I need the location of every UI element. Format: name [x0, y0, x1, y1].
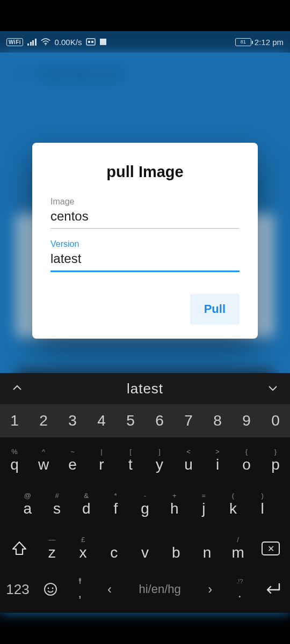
key-b[interactable]: b — [161, 526, 192, 570]
notif-icon — [86, 38, 96, 46]
key-z[interactable]: —z — [37, 526, 68, 570]
suggestion-bar: latest — [0, 373, 290, 404]
expand-down-icon[interactable] — [267, 383, 278, 394]
svg-rect-9 — [79, 582, 81, 584]
key-c[interactable]: c — [98, 526, 129, 570]
shift-key[interactable] — [2, 526, 37, 570]
key-d[interactable]: &d — [71, 482, 101, 526]
key-e[interactable]: ~e — [58, 438, 87, 482]
key-6[interactable]: 6 — [145, 404, 174, 437]
lang-next-key[interactable]: › — [195, 582, 225, 597]
svg-point-5 — [45, 583, 56, 595]
key-f[interactable]: *f — [101, 482, 130, 526]
svg-point-6 — [47, 588, 49, 589]
dialog-actions: Pull — [50, 294, 240, 325]
bottom-row: 123 , ‹ hi/en/hg › .!? . — [0, 570, 290, 608]
pull-image-dialog: pull Image Image Version Pull — [32, 143, 258, 339]
cell-signal-icon — [27, 38, 37, 46]
key-3[interactable]: 3 — [58, 404, 87, 437]
key-1[interactable]: 1 — [0, 404, 29, 437]
number-row: 1234567890 — [0, 404, 290, 437]
key-row-3: —z£xcvbn/m ✕ — [0, 526, 290, 570]
status-left: WiFi 0.00K/s — [6, 38, 106, 47]
emoji-key[interactable] — [35, 582, 65, 596]
image-input[interactable] — [50, 207, 240, 229]
image-label: Image — [50, 197, 240, 207]
key-h[interactable]: +h — [160, 482, 189, 526]
key-q[interactable]: %q — [0, 438, 29, 482]
dialog-title: pull Image — [50, 163, 240, 181]
key-0[interactable]: 0 — [261, 404, 290, 437]
key-g[interactable]: -g — [130, 482, 160, 526]
phone-screen: WiFi 0.00K/s 81 2:12 pm ≡ Dashboard — [0, 31, 290, 613]
key-u[interactable]: <u — [174, 438, 203, 482]
key-v[interactable]: v — [129, 526, 161, 570]
key-i[interactable]: >i — [203, 438, 232, 482]
svg-point-7 — [52, 588, 53, 589]
key-a[interactable]: @a — [13, 482, 42, 526]
suggestion-word[interactable]: latest — [127, 380, 163, 397]
key-row-1: %q^w~e|r[t]y<u>i{o}p — [0, 438, 290, 482]
clock: 2:12 pm — [255, 38, 284, 47]
key-x[interactable]: £x — [68, 526, 99, 570]
key-9[interactable]: 9 — [232, 404, 261, 437]
net-speed: 0.00K/s — [55, 38, 82, 47]
lang-prev-key[interactable]: ‹ — [95, 582, 124, 597]
pull-button[interactable]: Pull — [190, 294, 240, 325]
svg-point-0 — [45, 44, 46, 45]
enter-key[interactable] — [255, 582, 290, 596]
svg-rect-4 — [100, 39, 106, 45]
symbols-key[interactable]: 123 — [0, 581, 35, 598]
wifi-icon — [41, 38, 50, 46]
version-field: Version — [50, 239, 240, 272]
key-7[interactable]: 7 — [174, 404, 203, 437]
backdrop-title: Dashboard — [39, 65, 123, 83]
key-row-2: @a#s&d*f-g+h=j(k)l — [0, 482, 290, 526]
key-r[interactable]: |r — [87, 438, 116, 482]
key-5[interactable]: 5 — [116, 404, 145, 437]
wifi-badge: WiFi — [6, 38, 23, 46]
expand-up-icon[interactable] — [12, 383, 23, 395]
image-field: Image — [50, 197, 240, 229]
key-w[interactable]: ^w — [29, 438, 58, 482]
svg-rect-3 — [91, 41, 93, 43]
key-n[interactable]: n — [192, 526, 223, 570]
status-bar: WiFi 0.00K/s 81 2:12 pm — [0, 31, 290, 53]
space-key[interactable]: hi/en/hg — [124, 582, 195, 596]
battery-icon: 81 — [235, 38, 251, 46]
svg-rect-1 — [86, 39, 95, 45]
period-key[interactable]: .!? . — [225, 578, 255, 601]
key-t[interactable]: [t — [116, 438, 145, 482]
key-s[interactable]: #s — [42, 482, 72, 526]
key-8[interactable]: 8 — [203, 404, 232, 437]
key-l[interactable]: )l — [248, 482, 277, 526]
soft-keyboard: latest 1234567890 %q^w~e|r[t]y<u>i{o}p @… — [0, 373, 290, 613]
svg-rect-8 — [79, 578, 81, 582]
key-2[interactable]: 2 — [29, 404, 58, 437]
svg-rect-2 — [88, 41, 90, 43]
version-label: Version — [50, 239, 240, 249]
comma-key[interactable]: , — [65, 578, 95, 601]
status-right: 81 2:12 pm — [235, 38, 284, 47]
backspace-key[interactable]: ✕ — [253, 526, 288, 570]
key-j[interactable]: =j — [189, 482, 219, 526]
key-m[interactable]: /m — [222, 526, 253, 570]
square-icon — [100, 39, 106, 45]
key-p[interactable]: }p — [261, 438, 290, 482]
key-k[interactable]: (k — [219, 482, 248, 526]
key-o[interactable]: {o — [232, 438, 261, 482]
key-4[interactable]: 4 — [87, 404, 116, 437]
key-y[interactable]: ]y — [145, 438, 174, 482]
version-input[interactable] — [50, 249, 240, 272]
